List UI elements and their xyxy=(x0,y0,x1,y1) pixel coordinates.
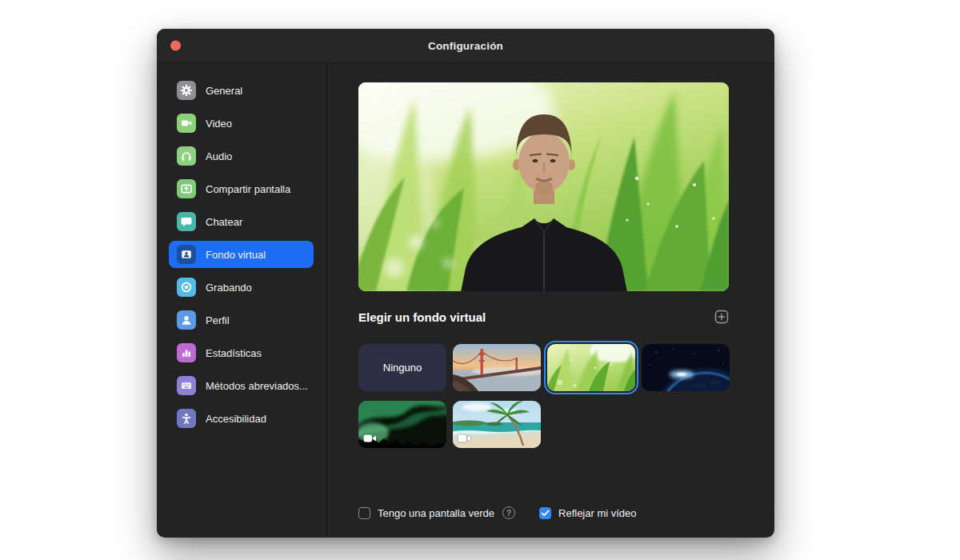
background-grid: Ninguno xyxy=(358,344,729,448)
settings-window: Configuración xyxy=(157,29,774,538)
titlebar: Configuración xyxy=(157,29,774,63)
window-title: Configuración xyxy=(428,40,503,52)
sidebar-item-virtual-background[interactable]: Fondo virtual xyxy=(169,241,314,268)
sidebar-item-shortcuts[interactable]: Métodos abreviados... xyxy=(169,372,314,399)
sidebar-item-statistics[interactable]: Estadísticas xyxy=(169,339,314,366)
green-screen-option: Tengo una pantalla verde ? xyxy=(358,506,515,519)
sidebar-item-video[interactable]: Video xyxy=(169,110,314,137)
green-screen-checkbox[interactable] xyxy=(358,507,370,519)
sidebar-item-label: Estadísticas xyxy=(206,347,262,359)
sidebar-item-general[interactable]: General xyxy=(169,77,314,104)
video-badge-icon xyxy=(458,434,471,443)
mirror-video-option: Reflejar mi vídeo xyxy=(539,507,637,519)
gear-icon xyxy=(177,81,196,100)
sidebar: General Video xyxy=(157,63,327,538)
sidebar-item-label: Audio xyxy=(206,150,232,162)
bg-option-grass[interactable] xyxy=(547,344,635,391)
chat-bubble-icon xyxy=(177,212,196,231)
bg-option-beach[interactable] xyxy=(453,401,541,448)
bg-option-golden-gate[interactable] xyxy=(453,344,541,391)
green-screen-label: Tengo una pantalla verde xyxy=(378,507,494,519)
headphones-icon xyxy=(177,146,196,166)
video-badge-icon xyxy=(363,434,377,443)
help-icon[interactable]: ? xyxy=(502,506,515,519)
sidebar-item-label: Video xyxy=(206,118,232,130)
mirror-video-checkbox[interactable] xyxy=(539,507,551,519)
close-button[interactable] xyxy=(170,41,181,51)
sidebar-item-profile[interactable]: Perfil xyxy=(169,306,314,334)
person-icon xyxy=(177,310,196,330)
sidebar-item-label: Métodos abreviados... xyxy=(206,380,308,392)
desktop: Configuración xyxy=(0,0,960,560)
mirror-video-label: Reflejar mi vídeo xyxy=(558,507,637,519)
video-camera-icon xyxy=(177,114,196,133)
sidebar-item-label: Accesibilidad xyxy=(206,413,266,425)
main-panel: Elegir un fondo virtual Ninguno xyxy=(327,63,774,538)
bg-option-aurora[interactable] xyxy=(358,401,446,448)
add-background-button[interactable] xyxy=(714,310,729,324)
sidebar-item-label: Fondo virtual xyxy=(206,249,266,261)
sidebar-item-label: Grabando xyxy=(206,282,252,294)
accessibility-icon xyxy=(177,409,196,428)
keyboard-icon xyxy=(177,376,196,395)
sidebar-item-accessibility[interactable]: Accesibilidad xyxy=(169,405,314,432)
bg-option-earth[interactable] xyxy=(642,344,730,391)
sidebar-item-chat[interactable]: Chatear xyxy=(169,208,314,235)
bar-chart-icon xyxy=(177,343,196,362)
section-header: Elegir un fondo virtual xyxy=(358,310,729,324)
video-preview xyxy=(358,82,729,291)
window-body: General Video xyxy=(157,63,774,538)
share-screen-icon xyxy=(177,179,196,198)
none-label: Ninguno xyxy=(383,362,422,374)
sidebar-item-label: Compartir pantalla xyxy=(206,183,290,195)
sidebar-item-audio[interactable]: Audio xyxy=(169,142,314,170)
sidebar-item-recording[interactable]: Grabando xyxy=(169,274,314,301)
section-title: Elegir un fondo virtual xyxy=(358,310,486,324)
footer-options: Tengo una pantalla verde ? Reflejar mi v… xyxy=(358,506,729,519)
sidebar-item-label: Perfil xyxy=(206,314,230,326)
record-icon xyxy=(177,278,196,297)
sidebar-item-share-screen[interactable]: Compartir pantalla xyxy=(169,175,314,202)
sidebar-item-label: General xyxy=(206,85,242,97)
sidebar-item-label: Chatear xyxy=(206,216,242,228)
virtual-background-icon xyxy=(177,245,196,264)
bg-option-ninguno[interactable]: Ninguno xyxy=(358,344,446,391)
